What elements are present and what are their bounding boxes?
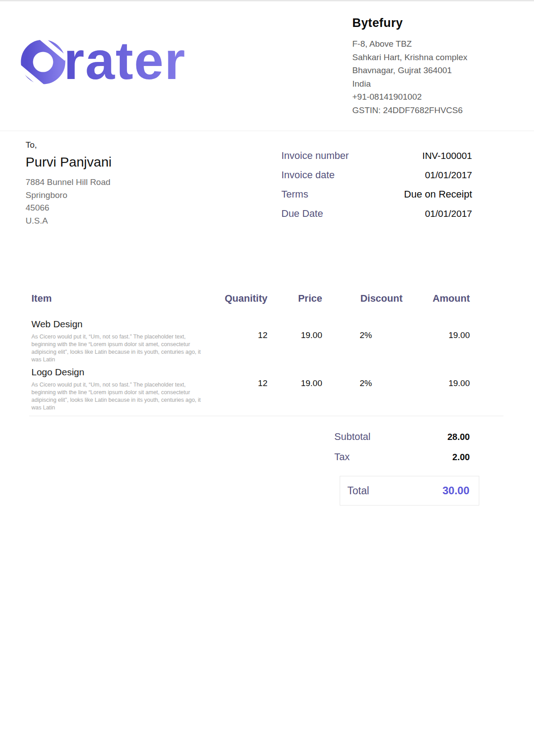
company-address-line: F-8, Above TBZ [352,37,496,51]
terms-value: Due on Receipt [404,189,472,200]
company-address-line: Sahkari Hart, Krishna complex [352,51,496,64]
bill-to-label: To, [26,140,214,150]
company-address-line: India [352,77,496,91]
invoice-number-row: Invoice number INV-100001 [281,150,472,162]
bill-to-block: To, Purvi Panjvani 7884 Bunnel Hill Road… [26,140,214,227]
subtotal-label: Subtotal [334,431,371,443]
header-price: Price [267,293,322,304]
invoice-date-label: Invoice date [281,169,335,181]
item-description: As Cicero would put it, “Um, not so fast… [31,381,211,412]
total-label: Total [347,485,369,497]
items-table-header: Item Quanitity Price Discount Amount [31,293,470,304]
header-discount: Discount [322,293,403,304]
invoice-page: rater Bytefury F-8, Above TBZ Sahkari Ha… [0,0,534,756]
invoice-date-value: 01/01/2017 [425,170,472,180]
item-quantity: 12 [211,367,267,388]
item-description: As Cicero would put it, “Um, not so fast… [31,333,211,364]
subtotal-value: 28.00 [447,432,470,442]
logo-text: rater [64,31,186,85]
item-cell: Web Design As Cicero would put it, “Um, … [31,319,211,364]
due-date-label: Due Date [281,208,323,220]
invoice-number-value: INV-100001 [422,150,472,161]
item-amount: 19.00 [403,367,470,388]
subtotal-row: Subtotal 28.00 [334,431,470,443]
invoice-date-row: Invoice date 01/01/2017 [281,169,472,181]
invoice-number-label: Invoice number [281,150,349,162]
company-phone: +91-08141901002 [352,90,496,104]
item-discount: 2% [322,367,403,388]
terms-row: Terms Due on Receipt [281,189,472,200]
item-price: 19.00 [267,367,322,388]
customer-address-line: 45066 [26,202,214,215]
table-bottom-divider [29,416,503,416]
table-row: Web Design As Cicero would put it, “Um, … [31,319,470,364]
tax-value: 2.00 [452,452,470,462]
customer-address-line: 7884 Bunnel Hill Road [26,176,214,189]
invoice-meta-block: Invoice number INV-100001 Invoice date 0… [281,150,472,227]
total-box: Total 30.00 [340,476,479,505]
item-cell: Logo Design As Cicero would put it, “Um,… [31,367,211,412]
total-value: 30.00 [442,484,469,497]
customer-address-line: U.S.A [26,215,214,228]
customer-address-line: Springboro [26,189,214,202]
item-amount: 19.00 [403,319,470,340]
company-name: Bytefury [352,16,496,30]
tax-label: Tax [334,451,350,463]
item-discount: 2% [322,319,403,340]
table-row: Logo Design As Cicero would put it, “Um,… [31,367,470,412]
company-address-line: Bhavnagar, Gujrat 364001 [352,64,496,77]
tax-row: Tax 2.00 [334,451,470,463]
company-block: Bytefury F-8, Above TBZ Sahkari Hart, Kr… [352,16,496,117]
header-amount: Amount [403,293,470,304]
due-date-value: 01/01/2017 [425,208,472,219]
item-quantity: 12 [211,319,267,340]
crater-logo-icon: rater [20,31,219,87]
due-date-row: Due Date 01/01/2017 [281,208,472,220]
item-name: Logo Design [31,367,211,378]
terms-label: Terms [281,189,308,200]
company-gstin: GSTIN: 24DDF7682FHVCS6 [352,104,496,117]
customer-name: Purvi Panjvani [26,154,214,170]
item-name: Web Design [31,319,211,330]
item-price: 19.00 [267,319,322,340]
invoice-header: rater Bytefury F-8, Above TBZ Sahkari Ha… [0,0,534,131]
header-quantity: Quanitity [211,293,267,304]
header-item: Item [31,293,211,304]
